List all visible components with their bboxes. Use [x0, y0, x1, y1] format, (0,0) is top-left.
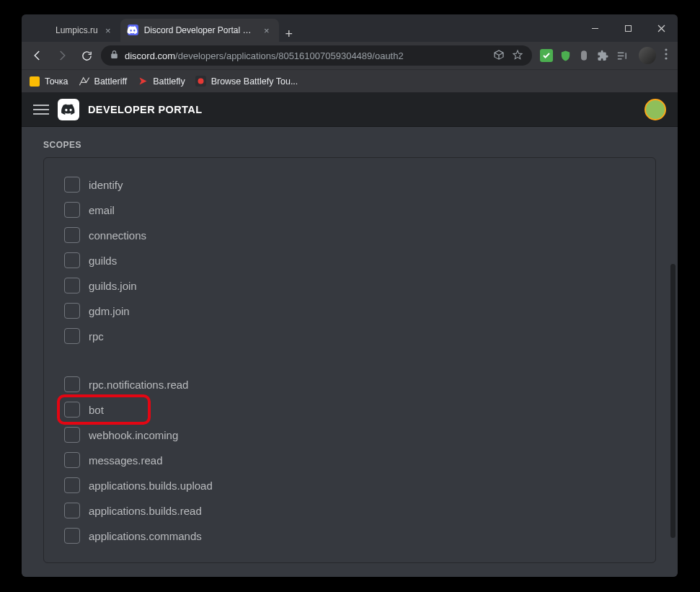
scope-gdm-join[interactable]: gdm.join	[64, 303, 635, 319]
toolbar: discord.com/developers/applications/8051…	[22, 42, 678, 69]
back-button[interactable]	[27, 45, 48, 66]
url-text: discord.com/developers/applications/8051…	[125, 50, 487, 61]
checkbox[interactable]	[64, 528, 80, 544]
close-tab-icon[interactable]: ×	[262, 25, 272, 36]
section-title: SCOPES	[43, 140, 656, 150]
scope-label: rpc	[89, 330, 104, 343]
close-window-button[interactable]	[644, 14, 678, 42]
scope-label: guilds.join	[89, 280, 137, 292]
tab-strip: Lumpics.ru × Discord Developer Portal — …	[22, 14, 299, 42]
scope-label: webhook.incoming	[89, 429, 178, 441]
extension-adblock-icon[interactable]	[539, 48, 554, 63]
forward-button[interactable]	[52, 45, 72, 66]
bookmark-tochka[interactable]: Точка	[29, 76, 68, 87]
bookmark-icon	[79, 76, 90, 87]
discord-header: DEVELOPER PORTAL	[22, 92, 678, 127]
checkbox[interactable]	[64, 427, 80, 443]
scope-rpc[interactable]: rpc	[64, 328, 635, 344]
bookmark-battlefy[interactable]: Browse Battlefy Tou...	[195, 76, 298, 87]
app-title: DEVELOPER PORTAL	[88, 104, 202, 115]
scope-connections[interactable]: connections	[64, 227, 635, 243]
svg-point-6	[665, 53, 667, 55]
checkbox[interactable]	[64, 402, 80, 418]
scope-rpc-notifications-read[interactable]: rpc.notifications.read	[64, 376, 635, 392]
checkbox[interactable]	[64, 227, 80, 243]
page-content: SCOPES identifyemailconnectionsguildsgui…	[22, 127, 678, 577]
hamburger-menu-icon[interactable]	[33, 102, 49, 118]
scope-label: applications.commands	[89, 530, 202, 542]
favicon-lumpics	[39, 25, 50, 36]
scope-messages-read[interactable]: messages.read	[64, 452, 635, 468]
minimize-button[interactable]	[578, 14, 611, 42]
star-icon[interactable]	[512, 49, 523, 63]
bookmark-label: Точка	[45, 76, 68, 87]
scope-webhook-incoming[interactable]: webhook.incoming	[64, 427, 635, 443]
bookmark-battleriff[interactable]: Battleriff	[79, 76, 128, 87]
scope-label: connections	[89, 229, 146, 242]
scope-applications-builds-read[interactable]: applications.builds.read	[64, 503, 635, 518]
svg-rect-8	[30, 76, 40, 87]
checkbox[interactable]	[64, 278, 80, 293]
reload-button[interactable]	[76, 45, 97, 66]
maximize-button[interactable]	[611, 14, 644, 42]
extension-evernote-icon[interactable]	[577, 48, 591, 63]
tab-lumpics[interactable]: Lumpics.ru ×	[32, 19, 120, 42]
tab-discord-dev[interactable]: Discord Developer Portal — My A ×	[120, 19, 279, 42]
scope-applications-builds-upload[interactable]: applications.builds.upload	[64, 477, 635, 493]
scope-label: guilds	[89, 255, 117, 267]
checkbox[interactable]	[64, 503, 80, 518]
scope-bot[interactable]: bot	[64, 402, 635, 418]
window-controls	[578, 14, 678, 42]
scope-label: identify	[89, 179, 123, 191]
checkbox[interactable]	[64, 328, 80, 344]
scope-guilds[interactable]: guilds	[64, 252, 635, 268]
scope-guilds-join[interactable]: guilds.join	[64, 278, 635, 293]
close-tab-icon[interactable]: ×	[103, 25, 113, 36]
bookmark-icon	[137, 76, 149, 87]
extensions	[536, 48, 632, 63]
user-avatar[interactable]	[644, 99, 666, 120]
browser-window: Lumpics.ru × Discord Developer Portal — …	[22, 14, 678, 577]
address-bar[interactable]: discord.com/developers/applications/8051…	[101, 45, 532, 66]
url-host: discord.com	[125, 50, 175, 61]
checkbox[interactable]	[64, 477, 80, 493]
scrollbar-thumb[interactable]	[670, 264, 675, 538]
scope-label: bot	[89, 404, 104, 416]
scope-list: identifyemailconnectionsguildsguilds.joi…	[64, 177, 635, 544]
reading-list-icon[interactable]	[614, 48, 629, 63]
url-path: /developers/applications/805161007059304…	[175, 50, 404, 61]
bookmarks-bar: Точка Battleriff Battlefly Browse Battle…	[22, 69, 678, 92]
svg-rect-1	[625, 25, 631, 31]
translate-icon[interactable]	[493, 49, 505, 63]
scope-applications-commands[interactable]: applications.commands	[64, 528, 635, 544]
scope-email[interactable]: email	[64, 202, 635, 218]
titlebar: Lumpics.ru × Discord Developer Portal — …	[22, 14, 678, 42]
scope-label: gdm.join	[89, 305, 130, 317]
new-tab-button[interactable]: +	[279, 27, 299, 42]
bookmark-label: Battleriff	[94, 76, 128, 87]
svg-point-10	[198, 79, 204, 84]
lock-icon	[110, 50, 119, 61]
scope-label: rpc.notifications.read	[89, 379, 188, 391]
scope-label: applications.builds.upload	[89, 480, 213, 492]
checkbox[interactable]	[64, 303, 80, 319]
tab-label: Discord Developer Portal — My A	[144, 25, 257, 35]
extension-shield-icon[interactable]	[558, 48, 572, 63]
svg-point-5	[665, 48, 667, 50]
bookmark-label: Battlefly	[153, 76, 185, 87]
profile-avatar[interactable]	[639, 47, 656, 64]
kebab-menu-icon[interactable]	[660, 48, 672, 63]
checkbox[interactable]	[64, 177, 80, 193]
checkbox[interactable]	[64, 252, 80, 268]
discord-logo-icon	[58, 99, 79, 120]
bookmark-label: Browse Battlefy Tou...	[211, 76, 298, 87]
bookmark-icon	[29, 76, 40, 87]
tab-label: Lumpics.ru	[56, 25, 98, 35]
checkbox[interactable]	[64, 376, 80, 392]
checkbox[interactable]	[64, 452, 80, 468]
bookmark-battlefly[interactable]: Battlefly	[137, 76, 185, 87]
favicon-discord	[128, 25, 139, 36]
checkbox[interactable]	[64, 202, 80, 218]
extension-puzzle-icon[interactable]	[595, 48, 610, 63]
scope-identify[interactable]: identify	[64, 177, 635, 193]
